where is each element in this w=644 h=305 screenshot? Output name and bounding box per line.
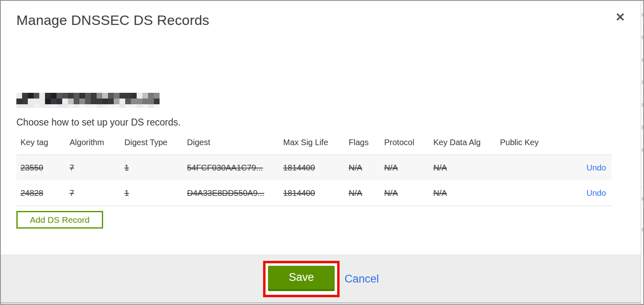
close-icon[interactable]: ✕ [612,9,628,25]
cell-digest-type: 1 [120,188,183,198]
dialog-footer: Save Cancel [1,255,641,303]
table-header-row: Key tag Algorithm Digest Type Digest Max… [16,136,612,155]
column-header-digest: Digest [183,136,279,147]
cancel-link[interactable]: Cancel [345,273,379,285]
save-highlight-annotation: Save [263,261,340,297]
ds-records-table: Key tag Algorithm Digest Type Digest Max… [16,136,612,206]
intro-text: Choose how to set up your DS records. [16,117,180,128]
cell-protocol: N/A [380,188,429,198]
dnssec-modal: Manage DNSSEC DS Records ✕ Choose how to… [0,0,644,305]
cell-key-tag: 24828 [16,188,65,198]
cell-algorithm: 7 [65,163,120,173]
column-header-protocol: Protocol [380,136,429,147]
column-header-actions [575,136,612,138]
table-row: 23550 7 1 54FCF030AA1C79... 1814400 N/A … [16,155,612,180]
redacted-domain-name [16,93,160,108]
column-header-flags: Flags [345,136,380,147]
background-page-sliver [641,1,643,304]
cell-max-sig-life: 1814400 [279,163,345,173]
cell-flags: N/A [345,188,380,198]
column-header-algorithm: Algorithm [65,136,120,147]
footer-actions: Save Cancel [263,261,379,297]
cell-algorithm: 7 [65,188,120,198]
cell-key-data-alg: N/A [429,163,496,173]
table-body: 23550 7 1 54FCF030AA1C79... 1814400 N/A … [16,155,612,206]
table-row: 24828 7 1 D4A33E8DD550A9... 1814400 N/A … [16,180,612,206]
cell-key-tag: 23550 [16,163,65,173]
column-header-public-key: Public Key [496,136,575,147]
undo-link[interactable]: Undo [586,188,606,197]
cell-digest: D4A33E8DD550A9... [183,188,279,198]
undo-link[interactable]: Undo [586,163,606,172]
add-ds-record-button[interactable]: Add DS Record [16,211,103,229]
column-header-digest-type: Digest Type [120,136,183,147]
cell-max-sig-life: 1814400 [279,188,345,198]
save-button[interactable]: Save [268,266,335,291]
cell-protocol: N/A [380,163,429,173]
column-header-key-data-alg: Key Data Alg [429,136,496,147]
page-title: Manage DNSSEC DS Records [16,12,209,28]
column-header-key-tag: Key tag [16,136,65,147]
cell-key-data-alg: N/A [429,188,496,198]
cell-digest-type: 1 [120,163,183,173]
column-header-max-sig-life: Max Sig Life [279,136,345,147]
cell-flags: N/A [345,163,380,173]
cell-digest: 54FCF030AA1C79... [183,163,279,173]
